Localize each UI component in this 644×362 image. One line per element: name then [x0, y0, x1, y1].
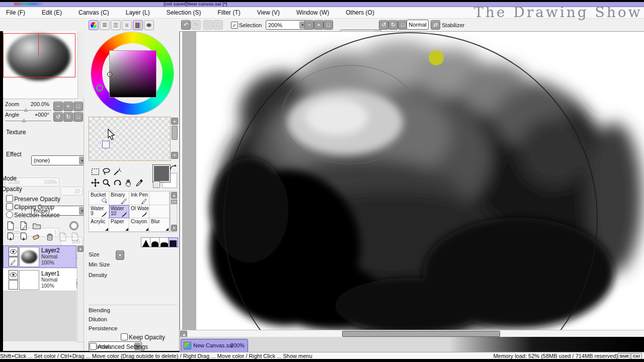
transfer-down-button[interactable]: [6, 232, 15, 243]
delete-layer-button[interactable]: [45, 232, 54, 243]
transparent-color-square[interactable]: [153, 181, 160, 188]
foreground-color-square[interactable]: [153, 165, 170, 182]
new-layer-button[interactable]: [6, 221, 15, 232]
marquee-tool[interactable]: [90, 166, 100, 176]
brush-acrylic[interactable]: Acrylic: [89, 218, 109, 232]
menu-edit[interactable]: Edit (E): [41, 7, 63, 18]
zoom-tool[interactable]: [101, 177, 111, 188]
brush-blur[interactable]: Blur: [149, 218, 170, 232]
brush-crayon[interactable]: Crayon: [129, 218, 149, 232]
swap-colors-arrow-icon[interactable]: [170, 164, 177, 171]
canvas-drawing[interactable]: [197, 32, 644, 330]
menu-filter[interactable]: Filter (T): [216, 7, 241, 18]
layer-visibility-toggle[interactable]: [9, 247, 18, 256]
selection-move-button[interactable]: □: [203, 20, 213, 30]
layer-mask-button[interactable]: [69, 221, 78, 230]
nav-rotate-ccw-button[interactable]: ↺: [53, 112, 63, 122]
brush-binary[interactable]: Binary: [109, 192, 129, 205]
nav-zoom-reset-button[interactable]: □: [73, 102, 83, 111]
swatches-tab[interactable]: [133, 20, 143, 30]
swatches-scrollbar[interactable]: ▲ ▼: [170, 117, 178, 159]
brush-edge-sharp-button[interactable]: [141, 237, 151, 247]
nav-angle-slider-marker[interactable]: △: [22, 118, 26, 123]
redo-button[interactable]: ↷: [191, 20, 201, 30]
menu-view[interactable]: View (V): [256, 7, 281, 18]
hue-marker[interactable]: [96, 84, 103, 92]
color-wheel-tab[interactable]: [89, 20, 99, 30]
nav-rotate-cw-button[interactable]: ↻: [63, 112, 73, 122]
brush-edge-square-button[interactable]: [168, 237, 178, 247]
magic-wand-tool[interactable]: [112, 166, 122, 176]
menu-others[interactable]: Others (O): [345, 7, 375, 18]
zoom-out-button[interactable]: −: [304, 20, 314, 30]
scroll-up-icon[interactable]: ▲: [171, 118, 178, 125]
merge-down-button[interactable]: [19, 232, 28, 243]
rotate-cw-button[interactable]: ↻: [388, 20, 398, 30]
brush-ink-pen[interactable]: Ink Pen: [129, 192, 149, 205]
rotate-ccw-button[interactable]: ↺: [379, 20, 388, 30]
canvas-viewport[interactable]: [180, 31, 644, 330]
texture-select[interactable]: (none) ▼: [31, 155, 87, 165]
mixer-tab[interactable]: ≣: [122, 20, 132, 30]
zoom-in-button[interactable]: +: [314, 20, 324, 30]
zoom-reset-button[interactable]: □: [324, 20, 333, 30]
navigator-panel[interactable]: [3, 31, 77, 99]
saturation-value-square[interactable]: [109, 50, 156, 98]
nav-zoom-in-button[interactable]: +: [63, 102, 73, 111]
scrollbar-thumb[interactable]: [172, 126, 178, 140]
clipping-group-checkbox[interactable]: [6, 203, 13, 210]
paste-layer-button-disabled[interactable]: [70, 232, 79, 243]
sv-cursor[interactable]: [107, 72, 112, 77]
keep-opacity-checkbox[interactable]: [121, 333, 128, 340]
scroll-up-icon[interactable]: ▲: [171, 192, 177, 199]
layer-visibility-toggle[interactable]: [9, 270, 18, 280]
nav-angle-slider[interactable]: [5, 121, 51, 121]
rgb-slider-tab[interactable]: ☰: [100, 20, 110, 30]
move-tool[interactable]: [90, 177, 100, 188]
advanced-settings-checkbox[interactable]: [90, 343, 97, 350]
undo-button[interactable]: ↶: [181, 20, 191, 30]
navigator-viewport-rect[interactable]: [3, 33, 75, 77]
menu-file[interactable]: File (F): [5, 7, 26, 18]
paint-mode-button[interactable]: Normal: [407, 20, 429, 30]
scroll-down-icon[interactable]: ▼: [171, 225, 177, 231]
brush-empty[interactable]: [149, 192, 170, 205]
hand-tool[interactable]: [123, 177, 133, 188]
layer-edit-indicator[interactable]: [9, 257, 18, 266]
menu-selection[interactable]: Selection (S): [166, 7, 202, 18]
layers-scrollbar[interactable]: ▲: [77, 245, 84, 342]
hscrollbar-thumb[interactable]: [342, 331, 500, 337]
brush-water-10-selected[interactable]: Water10: [109, 205, 129, 219]
layer-row-layer2[interactable]: Layer2 Normal 100%: [3, 245, 76, 268]
selection-scale-button[interactable]: □: [213, 20, 223, 30]
brush-grid-scrollbar[interactable]: ▲ ▼: [170, 191, 177, 232]
swatches-area[interactable]: [89, 117, 171, 161]
canvas-tab[interactable]: New Canvas.sai 200%: [181, 339, 248, 352]
layer-edit-indicator[interactable]: [9, 280, 18, 290]
title-bar[interactable]: (not saved)New canvas.sai (*): [0, 2, 644, 7]
scratchpad-tab[interactable]: [144, 20, 154, 30]
brush-paper[interactable]: Paper: [109, 218, 129, 232]
copy-layer-button-disabled[interactable]: [58, 232, 67, 243]
menu-window[interactable]: Window (W): [295, 7, 330, 18]
swap-color-button[interactable]: ⇄: [431, 20, 440, 30]
rotate-tool[interactable]: [112, 177, 122, 188]
brush-empty[interactable]: [149, 205, 170, 219]
layer-row-layer1[interactable]: Layer1 Normal 100%: [3, 268, 76, 291]
size-unit-button[interactable]: ▼: [116, 250, 124, 260]
clear-layer-button[interactable]: [32, 232, 41, 243]
new-folder-button[interactable]: [32, 221, 41, 232]
navigator-scrollbar[interactable]: [77, 31, 84, 99]
brush-water-9[interactable]: Water9: [89, 205, 109, 219]
nav-zoom-out-button[interactable]: −: [53, 102, 63, 111]
eyedropper-tool[interactable]: [134, 177, 144, 188]
preserve-opacity-checkbox[interactable]: [6, 195, 13, 202]
hsv-slider-tab[interactable]: ☰: [111, 20, 121, 30]
selection-source-checkbox[interactable]: [6, 211, 13, 218]
selection-checkbox[interactable]: ✓: [231, 22, 238, 29]
brush-bucket[interactable]: Bucket: [89, 192, 109, 205]
scroll-down-icon[interactable]: ▼: [171, 152, 178, 159]
menu-canvas[interactable]: Canvas (C): [77, 7, 110, 18]
canvas-hscrollbar[interactable]: ◀: [180, 330, 644, 337]
selected-swatch-cell[interactable]: [102, 141, 110, 148]
